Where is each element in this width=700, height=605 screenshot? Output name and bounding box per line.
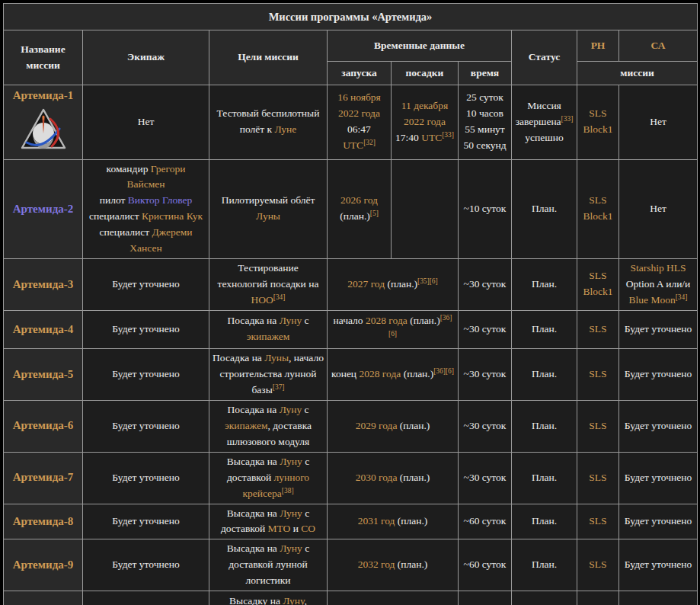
footnote-ref[interactable]: [33]: [561, 114, 574, 122]
wiki-link[interactable]: SLS: [589, 420, 606, 431]
footnote-ref[interactable]: [35][6]: [417, 277, 438, 284]
text-span: Будет уточнено: [112, 472, 179, 483]
text-span: Нет: [650, 203, 666, 214]
wiki-link[interactable]: Артемида-2: [13, 203, 73, 215]
goals-cell: Посадка на Луны, начало строительства лу…: [209, 348, 328, 400]
wiki-link[interactable]: Луну: [280, 543, 302, 554]
duration-cell: ~30 суток: [459, 259, 512, 311]
wiki-link[interactable]: SLS: [589, 515, 606, 527]
wiki-link[interactable]: Луны: [264, 352, 289, 363]
wiki-link[interactable]: SLS: [589, 559, 606, 570]
footnote-ref[interactable]: [36][6]: [433, 367, 454, 374]
wiki-link[interactable]: Артемида-8: [13, 515, 73, 527]
text-span: (план.): [385, 278, 417, 290]
lander-cell: Будет уточнено: [619, 400, 698, 452]
wiki-link[interactable]: 2029 года: [356, 420, 398, 431]
crew-cell: Будет уточнено: [83, 310, 209, 348]
wiki-link[interactable]: Луну: [280, 315, 302, 326]
footnote-ref[interactable]: [38]: [282, 486, 294, 494]
wiki-link[interactable]: 2031 год: [358, 515, 395, 527]
wiki-link[interactable]: 11 декабря 2022 года: [401, 100, 448, 127]
wiki-link[interactable]: 2028 года: [359, 368, 401, 379]
wiki-link[interactable]: НОО: [251, 294, 273, 306]
wiki-link[interactable]: экипажем: [225, 420, 267, 431]
lander-cell: Будет уточнено: [619, 310, 698, 348]
wiki-link[interactable]: Луну: [280, 404, 302, 415]
mission-row: Артемида-4Будет уточненоПосадка на Луну …: [4, 310, 698, 348]
wiki-link[interactable]: SLS Block1: [583, 270, 613, 297]
footnote-ref[interactable]: [5]: [370, 210, 379, 217]
col-header-time-data: Временные данные: [328, 30, 512, 62]
col-header-rocket: РН: [577, 30, 619, 62]
text-span: Будет уточнено: [112, 515, 179, 527]
text-span: План.: [532, 420, 557, 431]
wiki-link[interactable]: 2032 год: [358, 559, 395, 570]
wiki-link[interactable]: UTC: [343, 139, 363, 151]
wiki-link[interactable]: Артемида-7: [13, 471, 73, 483]
wiki-link[interactable]: Луны: [256, 210, 280, 222]
wiki-link[interactable]: МТО: [268, 523, 291, 534]
footnote-ref[interactable]: [32]: [363, 139, 376, 146]
crew-cell: Нет: [83, 85, 209, 160]
launch-cell: 2029 года (план.): [328, 400, 459, 452]
wiki-link[interactable]: Луну: [280, 507, 302, 519]
wiki-link[interactable]: экипажем: [247, 331, 289, 342]
text-span: Высадка на: [227, 456, 280, 467]
duration-cell: ~30 суток: [459, 400, 512, 452]
wiki-link[interactable]: Артемида-5: [13, 368, 73, 380]
wiki-link[interactable]: 2026 год: [340, 194, 378, 206]
text-span: 25 суток 10 часов 55 минут 50 секунд: [463, 91, 506, 151]
goals-cell: Высадка на Луну с доставкой лунной логис…: [209, 539, 328, 591]
lander-header-link[interactable]: СА: [651, 40, 666, 51]
wiki-link[interactable]: SLS: [589, 472, 606, 483]
mission-row: Артемида-1 НетТестовый беспилотный полёт…: [4, 85, 698, 160]
wiki-link[interactable]: 2030 года: [356, 472, 398, 483]
wiki-link[interactable]: SLS Block1: [583, 107, 613, 135]
status-cell: План.: [512, 452, 577, 504]
wiki-link[interactable]: Артемида-6: [13, 419, 73, 431]
wiki-link[interactable]: UTC: [421, 132, 442, 143]
wiki-link[interactable]: 16 ноября 2022 года: [337, 91, 381, 119]
footnote-ref[interactable]: [34]: [273, 293, 286, 300]
text-span: Будет уточнено: [625, 323, 692, 335]
text-span: успешно: [525, 132, 563, 143]
wiki-link[interactable]: Луне: [274, 123, 296, 135]
text-span: Посадка на: [227, 315, 279, 326]
text-span: Высадка на: [227, 543, 280, 554]
text-span: с: [302, 315, 308, 326]
artemis-1-patch-icon: [20, 107, 67, 157]
text-span: ~10 суток: [464, 203, 507, 214]
rocket-header-link[interactable]: РН: [591, 40, 606, 51]
footnote-ref[interactable]: [33]: [442, 130, 454, 138]
wiki-link[interactable]: Артемида-9: [13, 559, 73, 571]
text-span: Будет уточнено: [625, 472, 692, 483]
text-span: Посадка на: [227, 404, 279, 415]
wiki-link[interactable]: Кристина Кук: [142, 210, 203, 222]
wiki-link[interactable]: Blue Moon: [629, 294, 676, 306]
wiki-link[interactable]: Луну: [280, 456, 302, 467]
wiki-link[interactable]: Артемида-4: [13, 323, 73, 335]
wiki-link[interactable]: SLS: [589, 323, 606, 335]
wiki-link[interactable]: 2028 года: [366, 315, 408, 326]
footnote-ref[interactable]: [37]: [273, 383, 285, 390]
footnote-ref[interactable]: [34]: [676, 293, 688, 300]
col-header-mission-name: Название миссии: [4, 30, 83, 85]
text-span: Будет уточнено: [112, 420, 179, 431]
page-background: Миссии программы «Артемида» Название мис…: [0, 0, 700, 605]
duration-cell: ~30 суток: [459, 348, 512, 400]
goals-cell: Пилотируемый облёт Луны: [209, 159, 328, 259]
text-span: План.: [532, 323, 557, 335]
wiki-link[interactable]: SLS Block1: [583, 194, 613, 222]
wiki-link[interactable]: СО: [301, 523, 315, 534]
wiki-link[interactable]: 2027 год: [347, 278, 385, 290]
wiki-link[interactable]: SLS: [589, 368, 606, 379]
wiki-link[interactable]: Артемида-1: [13, 89, 73, 101]
duration-cell: ~30 суток: [459, 310, 512, 348]
text-span: командир: [107, 163, 151, 174]
text-span: и: [290, 523, 301, 534]
wiki-link[interactable]: Луну: [283, 595, 304, 605]
rocket-cell: SLS Block1: [577, 85, 619, 160]
wiki-link[interactable]: Starship HLS: [630, 262, 686, 274]
wiki-link[interactable]: Виктор Гловер: [128, 194, 193, 206]
wiki-link[interactable]: Артемида-3: [13, 278, 73, 290]
